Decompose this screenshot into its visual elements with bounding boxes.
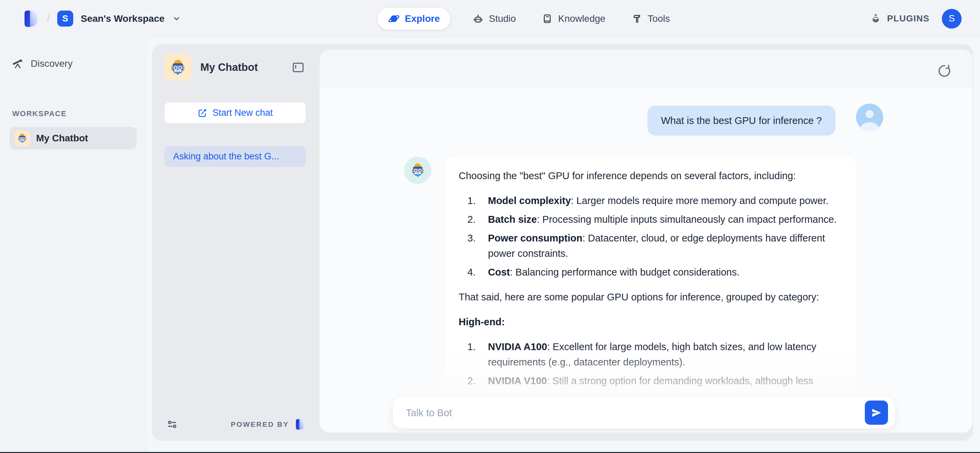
nav-tab-tools[interactable]: Tools xyxy=(627,8,673,30)
workspace-section-label: WORKSPACE xyxy=(12,109,146,118)
sidebar-item-my-chatbot[interactable]: My Chatbot xyxy=(10,127,137,149)
nav-label: Studio xyxy=(489,13,516,24)
sidebar-item-discovery[interactable]: Discovery xyxy=(11,57,146,70)
workspace-name[interactable]: Sean's Workspace xyxy=(81,13,165,24)
send-button[interactable] xyxy=(865,401,888,425)
nav-tab-explore[interactable]: Explore xyxy=(377,8,450,30)
bot-message-row: Choosing the "best" GPU for inference de… xyxy=(404,157,883,412)
chat-app-container: My Chatbot Start New chat Asking abou xyxy=(152,44,973,441)
user-message-text: What is the best GPU for inference ? xyxy=(661,115,822,126)
chat-sidebar: My Chatbot Start New chat Asking abou xyxy=(152,44,320,441)
bot-intro: Choosing the "best" GPU for inference de… xyxy=(459,168,842,184)
refresh-icon xyxy=(936,63,951,79)
user-message-bubble: What is the best GPU for inference ? xyxy=(648,106,835,135)
panel-collapse-icon xyxy=(291,60,305,75)
restart-chat-button[interactable] xyxy=(936,63,951,79)
dify-logo-icon xyxy=(294,418,306,431)
bot-list-item: Cost: Balancing performance with budget … xyxy=(479,265,842,280)
chatbot-app-icon xyxy=(164,54,191,81)
bot-gpus-list: NVIDIA A100: Excellent for large models,… xyxy=(459,339,842,389)
chat-input[interactable] xyxy=(393,397,895,429)
sliders-icon xyxy=(165,418,179,431)
bot-list-item: Power consumption: Datacenter, cloud, or… xyxy=(479,230,842,261)
bot-transition: That said, here are some popular GPU opt… xyxy=(459,289,842,305)
app-sidebar: Discovery WORKSPACE My Chatbot xyxy=(0,38,146,453)
conversation-item[interactable]: Asking about the best G... xyxy=(164,146,306,167)
start-new-chat-button[interactable]: Start New chat xyxy=(164,102,306,124)
robot-emoji-icon xyxy=(409,162,426,179)
nav-label: Knowledge xyxy=(558,13,606,24)
user-message-row: What is the best GPU for inference ? xyxy=(404,103,883,135)
chat-main-panel: What is the best GPU for inference ? Cho… xyxy=(320,49,972,432)
account-avatar[interactable]: S xyxy=(942,9,962,29)
start-new-chat-label: Start New chat xyxy=(212,108,273,118)
conversation-label: Asking about the best G... xyxy=(173,151,279,162)
powered-by: POWERED BY xyxy=(231,418,306,431)
main-nav: Explore Studio Knowledge xyxy=(377,8,673,30)
collapse-sidebar-button[interactable] xyxy=(290,60,306,75)
send-icon xyxy=(870,407,882,419)
chevron-down-icon[interactable] xyxy=(172,14,181,24)
robot-emoji-icon xyxy=(16,132,28,144)
plugins-box-icon xyxy=(869,12,882,25)
bot-factors-list: Model complexity: Larger models require … xyxy=(459,193,842,280)
app-icon-tile xyxy=(14,130,30,146)
bot-avatar xyxy=(404,157,431,184)
chat-panel-title: My Chatbot xyxy=(200,61,258,73)
nav-tab-studio[interactable]: Studio xyxy=(469,8,519,30)
hammer-icon xyxy=(631,13,643,25)
workspace-avatar[interactable]: S xyxy=(57,11,73,27)
nav-label: Tools xyxy=(648,13,670,24)
bot-message-card: Choosing the "best" GPU for inference de… xyxy=(445,157,856,412)
bot-list-item: NVIDIA V100: Still a strong option for d… xyxy=(479,373,842,389)
bot-category-heading: High-end: xyxy=(459,315,842,330)
telescope-icon xyxy=(11,57,24,70)
breadcrumb-separator: / xyxy=(47,11,51,25)
planet-icon xyxy=(388,13,400,25)
book-icon xyxy=(541,13,554,25)
bot-list-item: Model complexity: Larger models require … xyxy=(479,193,842,208)
plugins-button[interactable]: PLUGINS xyxy=(869,12,929,25)
powered-by-label: POWERED BY xyxy=(231,420,289,429)
edit-icon xyxy=(197,108,207,118)
bot-list-item: Batch size: Processing multiple inputs s… xyxy=(479,212,842,227)
robot-head-icon xyxy=(472,13,484,25)
chat-settings-button[interactable] xyxy=(165,417,180,432)
discovery-label: Discovery xyxy=(31,58,73,69)
nav-tab-knowledge[interactable]: Knowledge xyxy=(538,8,609,30)
bot-list-item: NVIDIA A100: Excellent for large models,… xyxy=(479,339,842,370)
nav-label: Explore xyxy=(405,13,440,24)
plugins-label: PLUGINS xyxy=(887,13,929,24)
explore-content: My Chatbot Start New chat Asking abou xyxy=(147,38,980,453)
sidebar-item-label: My Chatbot xyxy=(36,133,88,144)
top-header: / S Sean's Workspace Explore Studio xyxy=(0,0,980,38)
dify-logo-icon[interactable] xyxy=(21,9,40,29)
chat-input-bar xyxy=(393,397,895,429)
robot-emoji-icon xyxy=(168,58,188,77)
user-avatar xyxy=(856,103,883,131)
message-list: What is the best GPU for inference ? Cho… xyxy=(320,49,972,432)
